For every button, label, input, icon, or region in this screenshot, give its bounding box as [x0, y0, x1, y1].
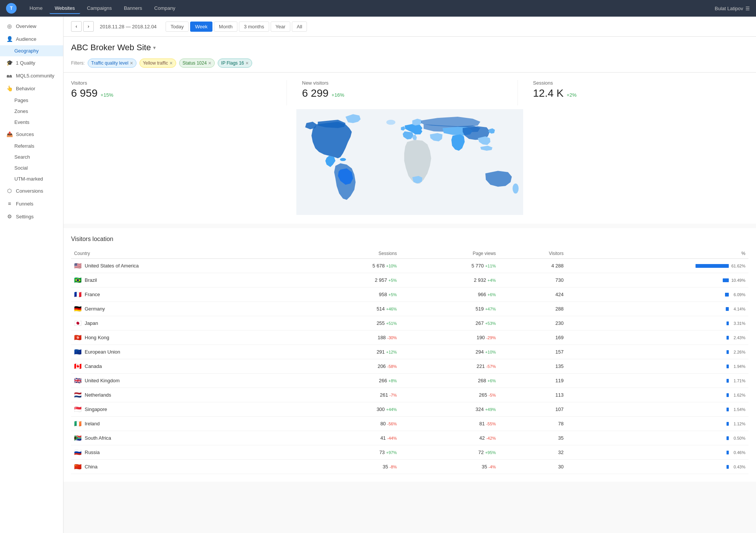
table-row: 🇫🇷 France 958 +5% 966 +6% 424 6.09% [71, 287, 748, 302]
sidebar-item-social[interactable]: Social [0, 162, 63, 173]
visitors-value: 288 [499, 302, 567, 316]
sidebar-item-referrals[interactable]: Referrals [0, 141, 63, 151]
stat-sessions-value: 12.4 K +2% [533, 87, 748, 99]
pageviews-cell: 268 +6% [400, 374, 499, 388]
col-visitors: Visitors [499, 249, 567, 259]
country-cell: 🇷🇺 Russia [71, 445, 301, 460]
nav-item-home[interactable]: Home [24, 3, 48, 14]
next-button[interactable]: › [83, 21, 94, 32]
sidebar-item-mql5[interactable]: 🏘 MQL5.community [0, 69, 63, 82]
filters-label: Filters: [71, 60, 85, 66]
nav-item-websites[interactable]: Websites [50, 3, 80, 14]
sidebar-item-overview[interactable]: ◎ Overview [0, 20, 63, 32]
table-row: 🇺🇸 United States of America 5 678 +10% 5… [71, 259, 748, 273]
week-button[interactable]: Week [190, 22, 212, 32]
pageviews-cell: 5 770 +11% [400, 259, 499, 273]
pageviews-cell: 265 -5% [400, 388, 499, 402]
country-flag: 🇷🇺 [74, 449, 82, 456]
pct-text: 2.43% [731, 335, 745, 340]
sources-icon: 📤 [6, 131, 13, 137]
sidebar-label-zones: Zones [14, 108, 28, 114]
col-sessions: Sessions [301, 249, 400, 259]
sidebar-item-conversions[interactable]: ⬡ Conversions [0, 184, 63, 197]
pct-cell: 0.50% [567, 431, 748, 445]
filter-close-1[interactable]: × [130, 60, 133, 66]
pct-bar [727, 365, 729, 368]
stat-new-visitors-value: 6 299 +16% [302, 87, 517, 99]
pct-bar [727, 321, 729, 325]
country-flag: 🇩🇪 [74, 305, 82, 312]
pct-text: 0.43% [731, 465, 745, 469]
month-button[interactable]: Month [214, 22, 237, 32]
pageviews-delta: +53% [485, 321, 496, 326]
pct-cell: 1.71% [567, 374, 748, 388]
pageviews-cell: 519 +47% [400, 302, 499, 316]
table-row: 🇪🇺 European Union 291 +12% 294 +10% 157 … [71, 345, 748, 359]
table-row: 🇩🇪 Germany 514 +46% 519 +47% 288 4.14% [71, 302, 748, 316]
sessions-delta: +5% [389, 292, 397, 297]
country-name: China [85, 464, 98, 470]
sidebar-item-settings[interactable]: ⚙ Settings [0, 210, 63, 223]
stat-sessions-label: Sessions [533, 80, 748, 86]
nav-item-campaigns[interactable]: Campaigns [82, 3, 117, 14]
country-cell: 🇳🇱 Netherlands [71, 388, 301, 402]
page-title-text: ABC Broker Web Site [71, 43, 151, 53]
table-row: 🇸🇬 Singapore 300 +44% 324 +49% 107 1.54% [71, 402, 748, 417]
country-name: Ireland [85, 421, 100, 426]
3months-button[interactable]: 3 months [239, 22, 269, 32]
filter-traffic-quality[interactable]: Traffic quality level × [88, 59, 136, 68]
title-dropdown-icon[interactable]: ▾ [153, 45, 156, 51]
prev-button[interactable]: ‹ [71, 21, 82, 32]
col-country: Country [71, 249, 301, 259]
sidebar-item-zones[interactable]: Zones [0, 106, 63, 117]
page-header: ABC Broker Web Site ▾ [64, 37, 756, 56]
filter-status[interactable]: Status 1024 × [179, 59, 215, 68]
sidebar-item-audience[interactable]: 👤 Audience [0, 32, 63, 45]
pct-cell: 2.43% [567, 331, 748, 345]
sidebar-item-utm[interactable]: UTM-marked [0, 173, 63, 184]
nav-item-banners[interactable]: Banners [119, 3, 147, 14]
nav-item-company[interactable]: Company [149, 3, 181, 14]
sessions-cell: 80 -56% [301, 417, 400, 431]
user-profile[interactable]: Bulat Latipov ☰ [715, 6, 750, 11]
pct-bar [727, 393, 729, 397]
sidebar-item-quality[interactable]: 🎓 1 Quality [0, 56, 63, 69]
all-button[interactable]: All [292, 22, 307, 32]
filter-close-2[interactable]: × [170, 60, 173, 66]
stat-new-visitors: New visitors 6 299 +16% [287, 80, 517, 105]
filter-close-4[interactable]: × [246, 60, 249, 66]
pct-bar [696, 264, 729, 268]
sidebar-item-funnels[interactable]: ≡ Funnels [0, 197, 63, 210]
visitors-table: Country Sessions Page views Visitors % 🇺… [71, 249, 748, 474]
sidebar-item-search[interactable]: Search [0, 151, 63, 162]
country-flag: 🇨🇳 [74, 463, 82, 470]
country-name: Canada [85, 363, 102, 369]
country-cell: 🇪🇺 European Union [71, 345, 301, 359]
visitors-number: 6 959 [71, 87, 98, 99]
filter-close-3[interactable]: × [208, 60, 211, 66]
pct-bar [727, 379, 729, 383]
country-cell: 🇿🇦 South Africa [71, 431, 301, 445]
sessions-cell: 300 +44% [301, 402, 400, 417]
sessions-delta: +44% [386, 407, 397, 412]
table-row: 🇳🇱 Netherlands 261 -7% 265 -5% 113 1.62% [71, 388, 748, 402]
new-visitors-number: 6 299 [302, 87, 328, 99]
sidebar-item-geography[interactable]: Geography [0, 45, 63, 56]
filter-yellow-traffic[interactable]: Yellow traffic × [139, 59, 176, 68]
sidebar-item-sources[interactable]: 📤 Sources [0, 128, 63, 141]
pct-cell: 3.31% [567, 316, 748, 331]
sessions-cell: 514 +46% [301, 302, 400, 316]
sidebar-item-events[interactable]: Events [0, 117, 63, 128]
top-navigation: T Home Websites Campaigns Banners Compan… [0, 0, 756, 17]
pageviews-cell: 190 -29% [400, 331, 499, 345]
pct-text: 1.62% [731, 393, 745, 397]
svg-point-1 [340, 158, 346, 161]
year-button[interactable]: Year [271, 22, 290, 32]
sidebar-item-behavior[interactable]: 👆 Behavior [0, 82, 63, 95]
today-button[interactable]: Today [166, 22, 189, 32]
filter-text-1: Traffic quality level [91, 60, 129, 66]
filter-ip-flags[interactable]: IP Flags 16 × [218, 59, 252, 68]
country-name: United States of America [85, 263, 139, 269]
sessions-cell: 41 -44% [301, 431, 400, 445]
sidebar-item-pages[interactable]: Pages [0, 95, 63, 106]
